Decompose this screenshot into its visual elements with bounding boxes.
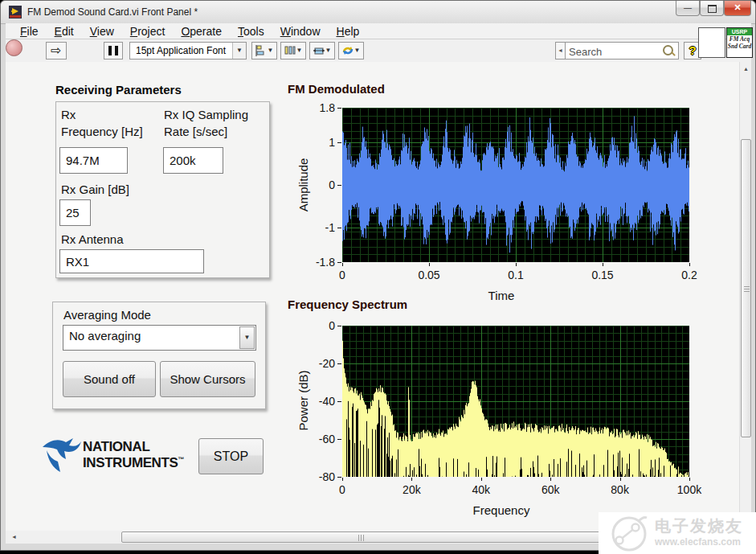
x-tick-label: 60k xyxy=(541,483,560,496)
x-tick-label: 100k xyxy=(677,483,701,496)
search-input[interactable] xyxy=(567,43,660,60)
toolbar: ⇨ 15pt Application Font ▼ ▼ ▼ ▼ ▼ ◄ xyxy=(6,39,751,63)
menu-item-project[interactable]: Project xyxy=(122,23,174,39)
x-tick-mark xyxy=(411,478,412,481)
grip-icon xyxy=(358,535,359,541)
vi-icon[interactable]: USRP FM Acq Snd Card xyxy=(726,27,753,58)
chevron-down-icon[interactable]: ▼ xyxy=(232,43,246,59)
x-tick-label: 0.15 xyxy=(591,269,613,281)
x-tick-mark xyxy=(342,478,343,481)
distribute-objects-icon xyxy=(284,45,296,56)
window-title: FM Demod Sound Card.vi Front Panel * xyxy=(27,6,198,18)
run-button[interactable]: ⇨ xyxy=(46,42,67,60)
resize-objects-icon xyxy=(313,45,325,56)
scroll-up-arrow-icon[interactable]: ▲ xyxy=(740,62,752,76)
watermark: 电子发烧友 www.elecfans.com xyxy=(599,512,756,554)
waveform-plot-area xyxy=(342,108,689,262)
y-tick-label: -60 xyxy=(319,433,335,445)
maximize-icon xyxy=(708,5,717,13)
reorder-objects-icon xyxy=(342,45,353,56)
y-tick-label: -1.8 xyxy=(316,256,335,269)
vi-icon-header: USRP xyxy=(727,28,752,35)
horizontal-scrollbar-thumb[interactable] xyxy=(121,531,601,543)
vertical-scrollbar[interactable]: ▲ xyxy=(739,62,751,531)
y-tick-mark xyxy=(337,363,341,364)
align-objects-icon xyxy=(255,45,267,56)
vertical-scrollbar-thumb[interactable] xyxy=(741,139,751,437)
rx-iq-rate-label: Rx IQ Sampling Rate [s/sec] xyxy=(164,106,248,140)
abort-button[interactable] xyxy=(6,39,22,56)
pause-button[interactable] xyxy=(104,42,123,60)
chevron-down-icon[interactable]: ▼ xyxy=(239,326,255,349)
menu-item-window[interactable]: Window xyxy=(272,23,329,39)
y-tick-label: -40 xyxy=(319,395,335,408)
y-tick-label: -20 xyxy=(319,357,335,370)
x-tick-mark xyxy=(481,478,482,481)
pause-icon xyxy=(108,46,112,55)
menu-item-view[interactable]: View xyxy=(82,23,122,39)
grip-icon xyxy=(744,291,750,292)
y-tick-mark xyxy=(337,262,341,263)
frequency-spectrum-title: Frequency Spectrum xyxy=(288,298,407,311)
ni-eagle-logo-icon xyxy=(41,437,83,475)
distribute-objects-button[interactable]: ▼ xyxy=(280,42,306,60)
y-tick-mark xyxy=(337,142,341,143)
x-tick-mark xyxy=(550,478,551,481)
font-selector[interactable]: 15pt Application Font ▼ xyxy=(129,42,247,60)
x-tick-mark xyxy=(342,263,343,266)
watermark-text: 电子发烧友 xyxy=(655,515,743,537)
rx-antenna-input[interactable] xyxy=(59,249,204,273)
grip-icon xyxy=(361,535,362,541)
menu-bar: FileEditViewProjectOperateToolsWindowHel… xyxy=(6,23,751,39)
x-tick-label: 0 xyxy=(339,269,345,281)
align-objects-button[interactable]: ▼ xyxy=(251,42,277,60)
menu-item-file[interactable]: File xyxy=(12,23,47,39)
vi-connector-pane[interactable] xyxy=(698,27,725,58)
x-tick-label: 80k xyxy=(611,483,629,496)
averaging-mode-value: No averaging xyxy=(69,329,141,343)
x-tick-mark xyxy=(603,263,603,266)
y-tick-label: 1 xyxy=(329,136,335,149)
screenshot-stage: FM Demod Sound Card.vi Front Panel * — ✕… xyxy=(0,0,756,554)
y-tick-label: -1 xyxy=(325,221,335,234)
font-selector-value: 15pt Application Font xyxy=(136,45,226,56)
y-tick-mark xyxy=(337,326,341,326)
menu-item-help[interactable]: Help xyxy=(329,23,368,39)
vi-icon-line1: FM Acq xyxy=(727,35,752,43)
fm-demodulated-title: FM Demodulated xyxy=(288,82,385,96)
watermark-logo-icon xyxy=(607,513,653,553)
menu-item-operate[interactable]: Operate xyxy=(173,23,230,39)
y-tick-mark xyxy=(337,185,341,186)
y-tick-mark xyxy=(337,108,341,109)
show-cursors-button[interactable]: Show Cursors xyxy=(160,361,255,397)
close-button[interactable]: ✕ xyxy=(724,1,751,16)
rx-gain-input[interactable] xyxy=(59,199,91,226)
stop-button[interactable]: STOP xyxy=(198,438,264,474)
menu-item-edit[interactable]: Edit xyxy=(47,23,82,39)
pause-icon xyxy=(115,46,118,55)
x-tick-label: 0.2 xyxy=(681,269,697,281)
spectrum-plot-area xyxy=(342,326,689,477)
sound-off-button[interactable]: Sound off xyxy=(63,361,156,397)
resize-objects-button[interactable]: ▼ xyxy=(309,42,335,60)
labview-app-icon xyxy=(9,6,22,18)
title-bar[interactable]: FM Demod Sound Card.vi Front Panel * — ✕ xyxy=(1,1,755,24)
grip-icon xyxy=(744,286,750,287)
x-tick-label: 0.05 xyxy=(418,269,439,281)
minimize-button[interactable]: — xyxy=(676,1,700,16)
averaging-mode-dropdown[interactable]: No averaging ▼ xyxy=(63,325,256,351)
rx-iq-rate-input[interactable] xyxy=(163,147,223,174)
y-tick-label: 0 xyxy=(329,179,335,191)
menu-item-tools[interactable]: Tools xyxy=(230,23,272,39)
amplitude-axis-label: Amplitude xyxy=(296,158,310,212)
scroll-left-arrow-icon[interactable]: ◄ xyxy=(7,531,21,544)
y-tick-label: -80 xyxy=(319,470,335,483)
reorder-objects-button[interactable]: ▼ xyxy=(338,42,364,60)
y-tick-label: 0 xyxy=(329,319,335,332)
x-tick-mark xyxy=(689,263,690,266)
grip-icon xyxy=(363,535,364,541)
maximize-button[interactable] xyxy=(700,1,724,16)
x-tick-mark xyxy=(689,478,690,481)
rx-frequency-input[interactable] xyxy=(59,147,128,174)
x-tick-mark xyxy=(620,478,621,481)
